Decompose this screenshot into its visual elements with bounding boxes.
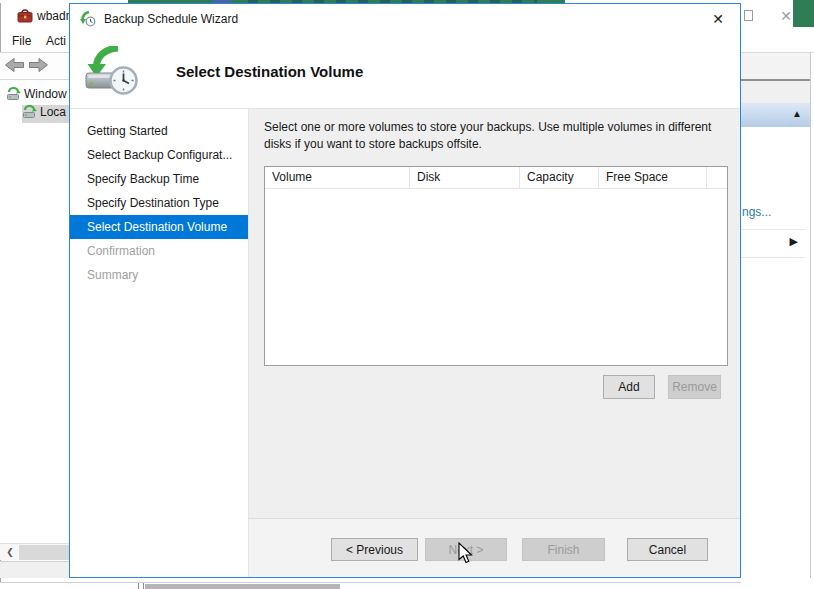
console-close-button[interactable]: ✕ bbox=[777, 7, 795, 25]
console-toolbox-icon bbox=[17, 8, 33, 24]
remove-button[interactable]: Remove bbox=[668, 375, 721, 399]
divider bbox=[741, 257, 805, 258]
console-actions-pane: ▲ ngs... ▶ bbox=[741, 53, 811, 578]
tree-item-label: Loca bbox=[40, 105, 66, 119]
console-status-bar bbox=[0, 561, 69, 578]
forward-arrow-icon[interactable] bbox=[29, 58, 48, 72]
scrollbar-left-arrow[interactable]: ❮ bbox=[2, 545, 18, 560]
collapse-arrow-icon[interactable]: ▲ bbox=[792, 108, 802, 119]
tree-item-label: Window bbox=[24, 87, 67, 101]
screen: wbadm ✕ File Acti bbox=[0, 0, 814, 589]
finish-button[interactable]: Finish bbox=[522, 538, 605, 561]
console-bottom-edge bbox=[0, 582, 741, 583]
background-window-corner bbox=[793, 0, 814, 27]
wizard-step-confirmation: Confirmation bbox=[70, 239, 248, 263]
wizard-step-select-backup-configuration: Select Backup Configurat... bbox=[70, 143, 248, 167]
wizard-step-summary: Summary bbox=[70, 263, 248, 287]
menu-file[interactable]: File bbox=[12, 34, 31, 48]
console-maximize-button[interactable] bbox=[744, 10, 753, 21]
expand-arrow-icon[interactable]: ▶ bbox=[790, 235, 798, 248]
console-tree-panel: Window Loca bbox=[0, 80, 69, 543]
column-header-free-space[interactable]: Free Space bbox=[599, 167, 707, 188]
tree-item-local-backup[interactable]: Loca bbox=[22, 105, 69, 123]
menu-action[interactable]: Acti bbox=[46, 34, 66, 48]
actions-pane-top bbox=[741, 53, 810, 79]
wizard-header: Select Destination Volume bbox=[70, 34, 740, 109]
scrollbar-thumb[interactable] bbox=[19, 545, 69, 560]
page-description: Select one or more volumes to store your… bbox=[264, 119, 726, 153]
backup-destination-icon bbox=[84, 46, 138, 96]
tree-item-windows-server-backup[interactable]: Window bbox=[6, 87, 67, 105]
add-remove-button-row: Add Remove bbox=[249, 375, 721, 399]
wizard-step-specify-destination-type: Specify Destination Type bbox=[70, 191, 248, 215]
actions-pane-link-truncated[interactable]: ngs... bbox=[742, 205, 771, 219]
wizard-titlebar[interactable]: Backup Schedule Wizard ✕ bbox=[70, 4, 740, 34]
backup-icon bbox=[6, 87, 21, 104]
wizard-page-title: Select Destination Volume bbox=[176, 63, 363, 80]
wizard-content: Select one or more volumes to store your… bbox=[249, 109, 740, 577]
volumes-table-header: Volume Disk Capacity Free Space bbox=[265, 167, 727, 189]
backup-icon bbox=[22, 105, 37, 122]
background-window-edge-fragment bbox=[138, 583, 144, 589]
column-header-capacity[interactable]: Capacity bbox=[520, 167, 599, 188]
wizard-title: Backup Schedule Wizard bbox=[104, 12, 238, 26]
add-button[interactable]: Add bbox=[603, 375, 655, 399]
wizard-titlebar-icon bbox=[80, 11, 96, 27]
divider bbox=[741, 229, 805, 230]
wizard-step-select-destination-volume: Select Destination Volume bbox=[70, 215, 248, 239]
back-arrow-icon[interactable] bbox=[5, 58, 24, 72]
horizontal-scrollbar[interactable]: ❮ bbox=[0, 543, 69, 560]
column-header-volume[interactable]: Volume bbox=[265, 167, 410, 188]
actions-pane-header: ▲ bbox=[741, 103, 810, 127]
next-button[interactable]: Next > bbox=[425, 538, 507, 561]
wizard-step-getting-started: Getting Started bbox=[70, 119, 248, 143]
background-taskbar-fragment bbox=[145, 584, 340, 589]
column-header-disk[interactable]: Disk bbox=[410, 167, 520, 188]
wizard-command-bar: < Previous Next > Finish Cancel bbox=[249, 518, 740, 577]
backup-schedule-wizard-dialog: Backup Schedule Wizard ✕ bbox=[69, 3, 741, 578]
volumes-table[interactable]: Volume Disk Capacity Free Space bbox=[264, 166, 728, 366]
wizard-steps-sidebar: Getting Started Select Backup Configurat… bbox=[70, 109, 249, 577]
console-toolbar bbox=[0, 53, 69, 79]
wizard-close-button[interactable]: ✕ bbox=[708, 9, 728, 29]
wizard-step-specify-backup-time: Specify Backup Time bbox=[70, 167, 248, 191]
wizard-body: Getting Started Select Backup Configurat… bbox=[70, 109, 740, 577]
cancel-button[interactable]: Cancel bbox=[627, 538, 708, 561]
actions-pane-strip bbox=[741, 81, 810, 103]
previous-button[interactable]: < Previous bbox=[331, 538, 418, 561]
